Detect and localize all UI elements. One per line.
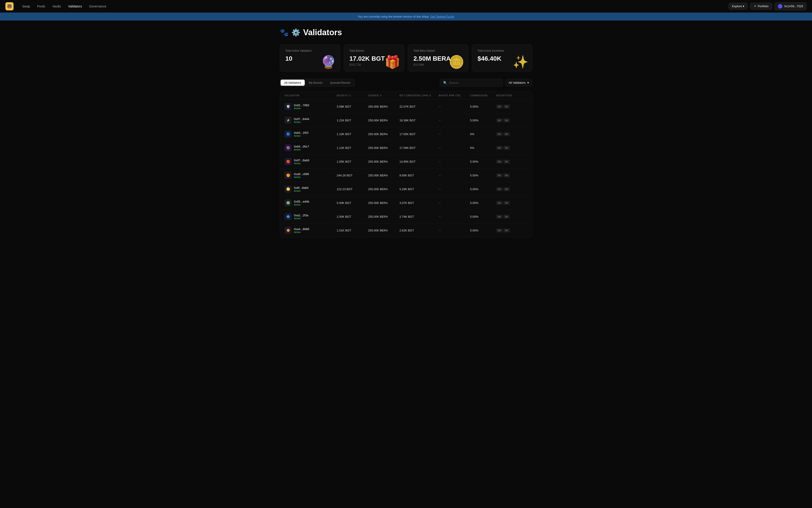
wallet-button[interactable]: 0x1A59...7525: [775, 2, 807, 10]
explore-button[interactable]: Explore ▾: [729, 3, 748, 10]
col-boosts[interactable]: BOOSTS ⇅: [337, 94, 368, 97]
page-content: 🐾 ⚙️ Validators Total Active Validators …: [248, 20, 564, 245]
cell-commission: 5.00%: [470, 229, 496, 232]
portfolio-button[interactable]: ✦ Portfolio: [750, 3, 772, 10]
nav-right: Explore ▾ ✦ Portfolio 0x1A59...7525: [729, 2, 807, 10]
table-row[interactable]: 🔷 0xa2...2f3a Active 2.00K BGT 250.00K B…: [280, 210, 532, 223]
incentive-tag: bbt: [504, 173, 510, 177]
nav-validators[interactable]: Validators: [65, 3, 85, 9]
table-row[interactable]: 🔵 0xb0...1f03 Active 1.10K BGT 250.00K B…: [280, 127, 532, 141]
cell-apr: –: [439, 146, 470, 150]
cell-staked: 250.00K BERA: [368, 174, 399, 177]
cell-emissions: 22.07K BGT: [399, 105, 439, 108]
cell-incentives: bbtbbt: [496, 105, 527, 109]
app-logo[interactable]: 🐻: [5, 2, 13, 10]
validator-info: 🔷 0xa2...2f3a Active: [285, 213, 337, 220]
table-row[interactable]: 🔶 0xa4...8686 Active 1.51K BGT 250.00K B…: [280, 223, 532, 237]
cell-boosts: 1.21K BGT: [337, 119, 368, 122]
validator-address: 0x94...05c7: [294, 145, 309, 148]
cell-apr: –: [439, 118, 470, 122]
nav-swap[interactable]: Swap: [19, 3, 33, 9]
cell-staked: 250.00K BERA: [368, 119, 399, 122]
validator-status: Active: [294, 148, 309, 151]
cell-boosts: 3.58K BGT: [337, 105, 368, 108]
table-row[interactable]: 🟢 0x95...ed4b Active 5.00K BGT 250.00K B…: [280, 196, 532, 210]
incentive-tag: bbt: [496, 105, 503, 109]
cell-emissions: 18.38K BGT: [399, 119, 439, 122]
cell-staked: 250.00K BERA: [368, 146, 399, 150]
cell-incentives: bbtbbt: [496, 132, 527, 136]
cell-incentives: bbtbbt: [496, 187, 527, 191]
cell-commission: 5.00%: [470, 215, 496, 218]
cell-staked: 250.00K BERA: [368, 160, 399, 163]
testnet-link[interactable]: Get Testnet Funds: [430, 15, 454, 18]
validator-status: Active: [294, 203, 309, 206]
validator-status: Active: [294, 217, 308, 220]
cell-boosts: 244.28 BGT: [337, 174, 368, 177]
table-row[interactable]: ⚡ 0x97...6444 Active 1.21K BGT 250.00K B…: [280, 114, 532, 127]
search-box[interactable]: 🔍: [440, 79, 503, 87]
sort-boosts-icon: ⇅: [349, 94, 351, 97]
table-row[interactable]: 🛡️ 0x92...7983 Active 3.58K BGT 250.00K …: [280, 100, 532, 114]
filter-dropdown[interactable]: All Validators ▾: [505, 79, 532, 86]
validator-status: Active: [294, 231, 309, 234]
validator-address: 0xa9...c896: [294, 172, 309, 176]
cell-apr: –: [439, 104, 470, 109]
table-body: 🛡️ 0x92...7983 Active 3.58K BGT 250.00K …: [280, 100, 532, 237]
incentive-tag: bbt: [496, 215, 503, 219]
cell-commission: 0%: [470, 132, 496, 136]
validator-avatar: 🛡️: [285, 103, 292, 110]
search-input[interactable]: [449, 81, 500, 84]
cell-commission: 5.00%: [470, 119, 496, 122]
col-validator: VALIDATOR: [285, 94, 337, 97]
stat-card-validators: Total Active Validators 10 🔮: [280, 44, 340, 72]
navbar: 🐻 Swap Pools Vaults Validators Governanc…: [0, 0, 812, 13]
validator-address: 0x8f...8a6d: [294, 186, 308, 189]
incentive-tag: bbt: [496, 132, 503, 136]
validator-status: Active: [294, 162, 309, 165]
cell-commission: 5.00%: [470, 201, 496, 205]
table-row[interactable]: 🟡 0x8f...8a6d Active 122.23 BGT 250.00K …: [280, 182, 532, 196]
table-row[interactable]: 🟠 0xa9...c896 Active 244.28 BGT 250.00K …: [280, 169, 532, 182]
nav-pools[interactable]: Pools: [34, 3, 48, 9]
sort-staked-icon: ⇅: [380, 94, 382, 97]
stat-label-boosts: Total Boosts: [349, 49, 398, 52]
table-row[interactable]: 🟣 0x94...05c7 Active 1.12K BGT 250.00K B…: [280, 141, 532, 155]
validator-info: ⚡ 0x97...6444 Active: [285, 117, 337, 124]
validator-avatar: 🔶: [285, 227, 292, 234]
cell-boosts: 1.12K BGT: [337, 146, 368, 150]
tab-my-boosts[interactable]: My Boosts: [305, 80, 326, 86]
cell-commission: 5.00%: [470, 105, 496, 108]
validator-address: 0xa4...8686: [294, 227, 309, 231]
nav-vaults[interactable]: Vaults: [49, 3, 64, 9]
nav-links: Swap Pools Vaults Validators Governance: [19, 3, 727, 9]
chevron-down-icon: ▾: [527, 81, 529, 84]
tab-all-validators[interactable]: All Validators: [281, 80, 305, 86]
nav-governance[interactable]: Governance: [86, 3, 110, 9]
validator-avatar: 🟠: [285, 172, 292, 179]
validator-status: Active: [294, 121, 309, 123]
cell-boosts: 1.51K BGT: [337, 229, 368, 232]
tab-queued-boosts[interactable]: Queued Boosts: [327, 80, 354, 86]
table-header: VALIDATOR BOOSTS ⇅ STAKED ⇅ BGT EMISSION…: [280, 91, 532, 100]
validator-info: 🟠 0xa9...c896 Active: [285, 172, 337, 179]
col-emissions[interactable]: BGT EMISSIONS (24H) ⇅: [399, 94, 439, 97]
validator-info: 🟢 0x95...ed4b Active: [285, 199, 337, 206]
sort-emissions-icon: ⇅: [429, 94, 431, 97]
cell-incentives: bbtbbt: [496, 228, 527, 232]
incentive-tag: bbt: [504, 118, 510, 122]
incentive-tag: bbt: [496, 146, 503, 150]
incentive-tag: bbt: [504, 105, 510, 109]
validator-info: 🔶 0xa4...8686 Active: [285, 227, 337, 234]
col-staked[interactable]: STAKED ⇅: [368, 94, 399, 97]
incentive-tag: bbt: [504, 201, 510, 205]
table-row[interactable]: 🔴 0x97...8ab9 Active 1.05K BGT 250.00K B…: [280, 155, 532, 169]
cell-emissions: 3.07K BGT: [399, 201, 439, 205]
filter-label: All Validators: [509, 81, 525, 84]
search-icon: 🔍: [443, 81, 447, 85]
cell-emissions: 2.62K BGT: [399, 229, 439, 232]
cell-apr: –: [439, 187, 470, 191]
cell-boosts: 122.23 BGT: [337, 187, 368, 191]
cell-emissions: 8.65K BGT: [399, 174, 439, 177]
stat-label-staked: Total Bera Staked: [414, 49, 463, 52]
